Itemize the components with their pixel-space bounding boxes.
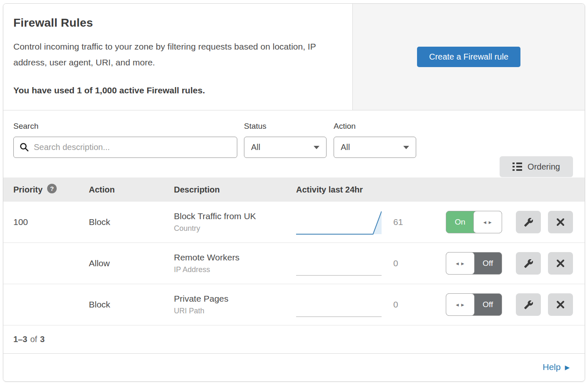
rule-action: Block [89,217,174,227]
action-filter-group: Action All [334,122,416,178]
header-text-panel: Firewall Rules Control incoming traffic … [3,4,352,110]
rule-enabled-toggle[interactable]: Off ◂ ▸ [446,252,502,275]
ordered-list-icon [513,162,522,171]
status-selected-value: All [251,142,260,152]
rule-activity-cell: 0 [296,292,434,318]
search-box [13,137,237,158]
rule-controls: Off ◂ ▸ [434,293,585,316]
ordering-button-label: Ordering [528,162,560,172]
delete-rule-button[interactable] [548,293,573,316]
table-row: Block Private Pages URI Path 0 Off ◂ ▸ [3,284,585,325]
status-select[interactable]: All [244,137,327,158]
action-select[interactable]: All [334,137,416,158]
pagination-bar: 1–3 of 3 [3,325,585,354]
page-description: Control incoming traffic to your zone by… [13,39,336,70]
activity-count: 0 [393,300,406,310]
firewall-rules-card: Firewall Rules Control incoming traffic … [3,3,585,382]
activity-sparkline [296,250,382,276]
pagination-range: 1–3 [13,335,27,344]
header-action-panel: Create a Firewall rule [352,4,585,110]
edit-rule-button[interactable] [516,293,541,316]
rule-description: Block Traffic from UK [174,211,296,221]
create-firewall-rule-button[interactable]: Create a Firewall rule [417,47,520,67]
rule-match-type: Country [174,224,296,233]
status-label: Status [244,122,327,131]
chevron-down-icon [314,146,319,149]
edit-rule-button[interactable] [516,252,541,275]
rule-action: Allow [89,258,174,268]
toggle-state-label: On [446,211,474,233]
rule-description-cell: Remote Workers IP Address [174,252,296,274]
delete-rule-button[interactable] [548,252,573,275]
rule-activity-cell: 61 [296,209,434,235]
column-header-description: Description [174,185,296,195]
rule-activity-cell: 0 [296,250,434,276]
search-label: Search [13,122,237,131]
activity-sparkline [296,292,382,318]
pagination-total: 3 [40,335,45,344]
toggle-state-label: Off [474,294,502,315]
rule-priority: 100 [13,217,89,227]
action-selected-value: All [341,142,350,152]
priority-help-icon[interactable]: ? [47,184,57,193]
usage-note: You have used 1 of 1,000 active Firewall… [13,85,336,95]
help-bar: Help ▶ [3,354,585,380]
rule-description: Remote Workers [174,252,296,262]
arrow-right-icon: ▶ [565,364,570,371]
chevron-down-icon [403,146,409,149]
toggle-state-label: Off [474,252,502,274]
action-label: Action [334,122,416,131]
toggle-handle-icon[interactable]: ◂ ▸ [446,293,475,316]
table-row: 100 Block Block Traffic from UK Country … [3,202,585,243]
rule-match-type: URI Path [174,307,296,315]
rule-enabled-toggle[interactable]: Off ◂ ▸ [446,293,502,316]
rule-controls: On ◂ ▸ [434,211,585,233]
help-link-label: Help [543,362,560,372]
table-header-row: Priority ? Action Description Activity l… [3,178,585,202]
table-row: Allow Remote Workers IP Address 0 Off ◂ … [3,243,585,284]
help-link[interactable]: Help ▶ [543,362,570,372]
search-group: Search [13,122,237,178]
filters-bar: Search Status All Action All [3,110,585,178]
wrench-icon [524,218,533,227]
ordering-button[interactable]: Ordering [500,156,573,177]
activity-count: 0 [393,258,406,268]
rule-description-cell: Private Pages URI Path [174,294,296,315]
rule-enabled-toggle[interactable]: On ◂ ▸ [446,211,502,233]
rule-match-type: IP Address [174,265,296,274]
column-header-action: Action [89,185,174,195]
priority-header-label: Priority [13,185,43,195]
pagination-separator: of [30,335,37,344]
activity-count: 61 [393,217,406,227]
toggle-handle-icon[interactable]: ◂ ▸ [473,211,502,233]
delete-rule-button[interactable] [548,211,573,233]
rule-description: Private Pages [174,294,296,304]
column-header-activity: Activity last 24hr [296,185,434,195]
column-header-priority: Priority ? [13,185,89,195]
rule-controls: Off ◂ ▸ [434,252,585,275]
ordering-wrap: Ordering [500,122,573,178]
rule-action: Block [89,300,174,310]
page-title: Firewall Rules [13,16,336,30]
wrench-icon [524,259,533,268]
close-icon [556,300,565,309]
close-icon [556,259,565,268]
status-filter-group: Status All [244,122,327,178]
edit-rule-button[interactable] [516,211,541,233]
search-icon [20,142,29,152]
toggle-handle-icon[interactable]: ◂ ▸ [446,252,475,275]
activity-sparkline [296,209,382,235]
wrench-icon [524,300,533,310]
search-input[interactable] [13,137,237,158]
page-header: Firewall Rules Control incoming traffic … [3,4,585,110]
rule-description-cell: Block Traffic from UK Country [174,211,296,233]
close-icon [556,218,565,226]
